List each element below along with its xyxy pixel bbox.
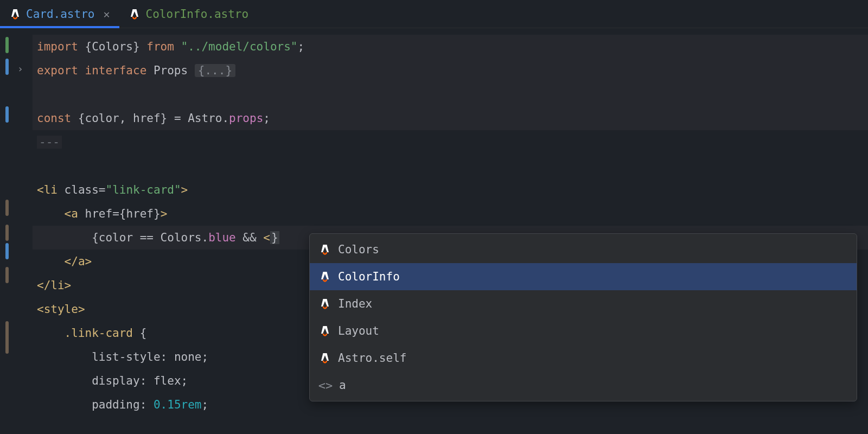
code-line[interactable]: <a href={href}> (33, 202, 868, 226)
completion-label: Astro.self (338, 352, 406, 365)
code-line[interactable]: import {Colors} from "../model/colors"; (33, 35, 868, 59)
tab-card-astro[interactable]: Card.astro ✕ (0, 0, 119, 28)
vcs-marker[interactable] (5, 37, 9, 53)
code-line[interactable] (33, 82, 868, 106)
completion-label: ColorInfo (338, 270, 400, 283)
completion-label: Index (338, 297, 372, 310)
astro-icon (320, 271, 330, 283)
completion-item-colors[interactable]: Colors (310, 236, 857, 263)
vcs-marker[interactable] (5, 59, 9, 75)
vcs-marker[interactable] (5, 200, 9, 216)
completion-popup: Colors ColorInfo Index Layout Astro.self… (309, 233, 857, 401)
completion-item-colorinfo[interactable]: ColorInfo (310, 263, 857, 290)
close-icon[interactable]: ✕ (103, 8, 110, 21)
completion-label: Layout (338, 324, 379, 337)
editor-tabs: Card.astro ✕ ColorInfo.astro (0, 0, 868, 28)
tag-icon: <> (320, 379, 331, 391)
code-line[interactable] (33, 154, 868, 178)
code-line[interactable]: --- (33, 130, 868, 154)
vcs-marker[interactable] (5, 267, 9, 283)
tab-label: Card.astro (26, 8, 94, 21)
vcs-marker[interactable] (5, 243, 9, 259)
completion-item-layout[interactable]: Layout (310, 317, 857, 344)
vcs-marker[interactable] (5, 225, 9, 241)
gutter: › (0, 28, 33, 434)
astro-icon (10, 8, 21, 20)
completion-label: a (339, 379, 346, 392)
vcs-marker[interactable] (5, 106, 9, 123)
code-line[interactable]: export interface Props {...} (33, 59, 868, 82)
completion-item-astro-self[interactable]: Astro.self (310, 344, 857, 372)
code-line[interactable]: <li class="link-card"> (33, 178, 868, 202)
vcs-marker[interactable] (5, 321, 9, 354)
fold-arrow-icon[interactable]: › (17, 63, 23, 74)
astro-icon (320, 325, 330, 337)
completion-item-a-tag[interactable]: <> a (310, 372, 857, 399)
astro-icon (320, 352, 330, 364)
astro-icon (320, 298, 330, 310)
completion-label: Colors (338, 243, 379, 256)
tab-colorinfo-astro[interactable]: ColorInfo.astro (119, 0, 258, 28)
astro-icon (320, 244, 330, 256)
code-line[interactable]: const {color, href} = Astro.props; (33, 106, 868, 130)
tab-label: ColorInfo.astro (145, 8, 248, 21)
completion-item-index[interactable]: Index (310, 290, 857, 317)
astro-icon (129, 8, 140, 20)
